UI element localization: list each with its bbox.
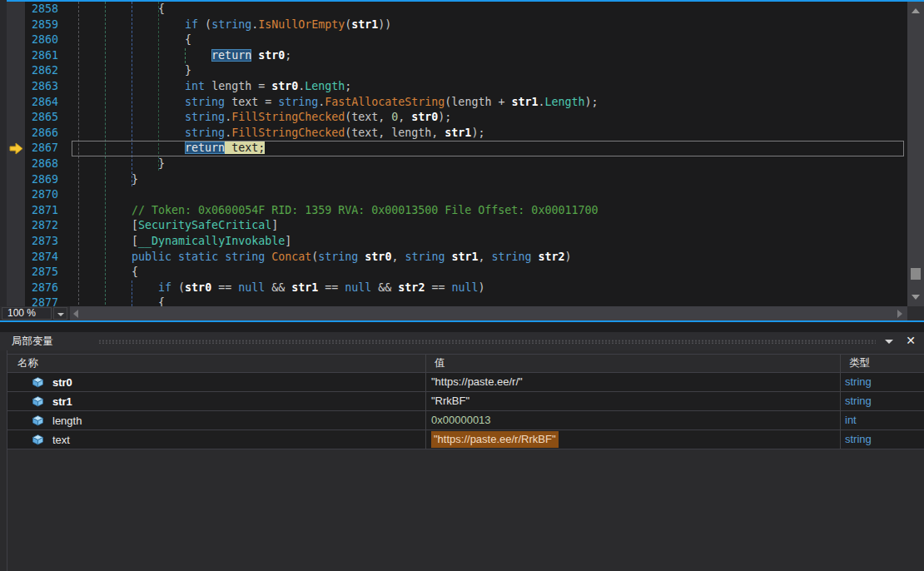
column-header-name[interactable]: 名称 [7,355,426,372]
vertical-scrollbar[interactable] [907,2,924,306]
variable-type[interactable]: string [841,392,924,410]
variable-name-cell[interactable]: length [7,411,426,429]
line-number[interactable]: 2870 [0,187,58,203]
variable-name-cell[interactable]: text [7,430,426,449]
panel-drag-grip[interactable] [98,340,876,344]
scroll-up-icon[interactable] [912,8,920,13]
code-line-text: if (string.IsNullOrEmpty(str1)) [58,17,391,33]
variable-value: "RrkBF" [431,395,469,407]
code-line-text: // Token: 0x0600054F RID: 1359 RVA: 0x00… [58,203,598,219]
variable-name-cell[interactable]: str1 [7,392,426,410]
code-line[interactable]: 2877 { [0,295,907,306]
locals-panel-titlebar[interactable]: 局部变量 ✕ [0,332,924,350]
zoom-dropdown-button[interactable] [53,307,67,320]
code-line-text: int length = str0.Length; [58,79,351,95]
line-number[interactable]: 2877 [0,295,58,306]
code-line[interactable]: 2865 string.FillStringChecked(text, 0, s… [0,110,907,126]
code-editor: 2858 {2859 if (string.IsNullOrEmpty(str1… [0,0,924,322]
variable-name: text [52,431,70,449]
code-line-text: string text = string.FastAllocateString(… [58,95,599,111]
code-line[interactable]: 2867 return text; [0,141,907,156]
code-line-text: } [58,156,165,172]
code-line[interactable]: 2866 string.FillStringChecked(text, leng… [0,126,907,142]
local-variable-icon [32,377,44,388]
code-line[interactable]: 2858 { [0,2,907,17]
code-line[interactable]: 2874 public static string Concat(string … [0,250,907,266]
code-line-text: public static string Concat(string str0,… [58,250,572,266]
code-line[interactable]: 2868 } [0,156,907,172]
line-number[interactable]: 2864 [0,95,58,111]
variable-value: 0x00000013 [431,414,491,426]
code-line[interactable]: 2876 if (str0 == null && str1 == null &&… [0,281,907,296]
line-number[interactable]: 2871 [0,203,58,219]
scroll-down-icon[interactable] [912,295,920,300]
scroll-left-icon[interactable] [73,310,78,318]
variable-value-cell[interactable]: "https://paste.ee/r/" [426,373,841,391]
code-line[interactable]: 2873 [__DynamicallyInvokable] [0,234,907,250]
panel-splitter[interactable] [0,322,924,332]
code-lines: 2858 {2859 if (string.IsNullOrEmpty(str1… [0,2,907,306]
code-area[interactable]: 2858 {2859 if (string.IsNullOrEmpty(str1… [0,2,907,306]
code-line[interactable]: 2875 { [0,265,907,281]
line-number[interactable]: 2863 [0,79,58,95]
line-number[interactable]: 2869 [0,172,58,188]
line-number[interactable]: 2876 [0,281,58,296]
locals-row[interactable]: length0x00000013int [7,411,924,430]
variable-name: str1 [52,393,72,410]
panel-menu-button[interactable] [882,335,896,347]
variable-type[interactable]: string [841,430,924,449]
locals-row[interactable]: str1"RrkBF"string [7,392,924,411]
line-number[interactable]: 2865 [0,110,58,126]
locals-row[interactable]: text"https://paste.ee/r/RrkBF"string [7,430,924,449]
code-line[interactable]: 2872 [SecuritySafeCritical] [0,218,907,234]
current-statement-arrow-icon[interactable] [8,142,23,155]
variable-name: length [52,412,82,429]
horizontal-scrollbar[interactable] [70,306,907,320]
code-line[interactable]: 2869 } [0,172,907,188]
code-line[interactable]: 2863 int length = str0.Length; [0,79,907,95]
scroll-right-icon[interactable] [897,310,902,318]
zoom-level-combobox[interactable]: 100 % [2,307,52,320]
variable-value: "https://paste.ee/r/" [431,375,523,388]
code-line[interactable]: 2862 } [0,63,907,79]
code-line-text: return text; [58,141,265,156]
code-line[interactable]: 2860 { [0,32,907,48]
variable-value-cell[interactable]: "https://paste.ee/r/RrkBF" [426,430,841,449]
code-line-text: return str0; [58,48,291,64]
code-line-text: [SecuritySafeCritical] [58,218,278,234]
chevron-down-icon [885,340,893,344]
column-header-value[interactable]: 值 [426,355,841,372]
variable-name: str0 [52,374,72,391]
code-line[interactable]: 2870 [0,187,907,203]
vertical-scrollbar-thumb[interactable] [911,268,921,280]
line-number[interactable]: 2875 [0,265,58,281]
line-number[interactable]: 2873 [0,234,58,250]
code-line-text: string.FillStringChecked(text, length, s… [58,126,484,142]
variable-name-cell[interactable]: str0 [7,373,426,391]
variable-value-cell[interactable]: "RrkBF" [426,392,841,410]
line-number[interactable]: 2860 [0,32,58,48]
line-number[interactable]: 2862 [0,63,58,79]
line-number[interactable]: 2861 [0,48,58,64]
code-line[interactable]: 2861 return str0; [0,48,907,64]
line-number[interactable]: 2858 [0,2,58,17]
local-variable-icon [32,396,44,407]
line-number[interactable]: 2868 [0,156,58,172]
close-icon[interactable]: ✕ [903,333,918,349]
line-number[interactable]: 2872 [0,218,58,234]
locals-row[interactable]: str0"https://paste.ee/r/"string [7,373,924,392]
code-line[interactable]: 2871 // Token: 0x0600054F RID: 1359 RVA:… [0,203,907,219]
line-number[interactable]: 2866 [0,126,58,142]
locals-panel-title: 局部变量 [12,332,53,350]
code-line-text: { [58,265,138,281]
variable-type[interactable]: int [841,411,924,429]
code-line[interactable]: 2859 if (string.IsNullOrEmpty(str1)) [0,17,907,33]
line-number[interactable]: 2874 [0,250,58,266]
code-line[interactable]: 2864 string text = string.FastAllocateSt… [0,95,907,111]
column-header-type[interactable]: 类型 [841,355,924,372]
variable-type[interactable]: string [841,373,924,391]
variable-value-cell[interactable]: 0x00000013 [426,411,841,429]
line-number[interactable]: 2859 [0,17,58,33]
debugger-window: 2858 {2859 if (string.IsNullOrEmpty(str1… [0,0,924,571]
code-line-text: string.FillStringChecked(text, 0, str0); [58,110,451,126]
